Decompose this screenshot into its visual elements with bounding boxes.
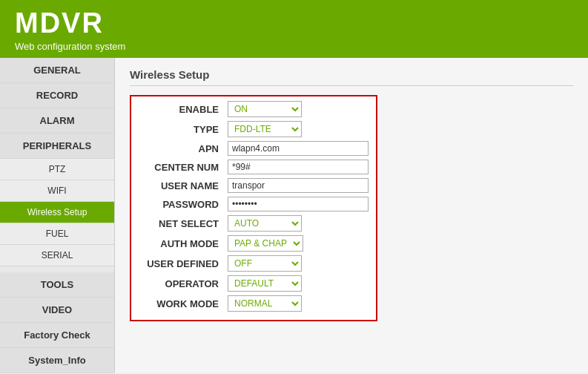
apn-label: APN [139, 143, 228, 154]
user-name-label: USER NAME [139, 180, 228, 191]
net-select-control[interactable]: AUTO MANUAL [228, 215, 346, 232]
type-control[interactable]: FDD-LTE TDD-LTE WCDMA CDMA [228, 121, 346, 137]
user-defined-select[interactable]: OFF ON [228, 255, 302, 272]
page-title: Wireless Setup [130, 68, 573, 86]
enable-row: ENABLE ON OFF [139, 101, 369, 117]
sidebar-item-factory-check[interactable]: Factory Check [0, 323, 114, 348]
type-row: TYPE FDD-LTE TDD-LTE WCDMA CDMA [139, 121, 369, 137]
work-mode-select[interactable]: NORMAL ALWAYS ON [228, 295, 302, 312]
type-select[interactable]: FDD-LTE TDD-LTE WCDMA CDMA [228, 121, 302, 137]
work-mode-row: WORK MODE NORMAL ALWAYS ON [139, 295, 369, 312]
sidebar-item-system-info[interactable]: System_Info [0, 348, 114, 373]
operator-row: OPERATOR DEFAULT [139, 275, 369, 292]
sidebar-item-serial[interactable]: SERIAL [0, 245, 114, 266]
operator-label: OPERATOR [139, 278, 228, 289]
password-label: PASSWORD [139, 199, 228, 210]
enable-label: ENABLE [139, 104, 228, 115]
user-defined-label: USER DEFINED [139, 258, 228, 269]
user-name-row: USER NAME [139, 178, 369, 193]
sidebar-item-peripherals[interactable]: PERIPHERALS [0, 134, 114, 159]
sidebar-item-wireless-setup[interactable]: Wireless Setup [0, 202, 114, 223]
net-select-select[interactable]: AUTO MANUAL [228, 215, 302, 232]
apn-input[interactable] [228, 141, 369, 156]
sidebar-item-record[interactable]: RECORD [0, 83, 114, 108]
user-defined-row: USER DEFINED OFF ON [139, 255, 369, 272]
sidebar-item-ptz[interactable]: PTZ [0, 159, 114, 180]
center-num-control[interactable] [228, 160, 369, 174]
enable-control[interactable]: ON OFF [228, 101, 346, 117]
operator-control[interactable]: DEFAULT [228, 275, 346, 292]
type-label: TYPE [139, 124, 228, 135]
enable-select[interactable]: ON OFF [228, 101, 302, 117]
header: MDVR Web configuration system [0, 0, 588, 58]
operator-select[interactable]: DEFAULT [228, 275, 302, 292]
user-name-input[interactable] [228, 178, 369, 193]
net-select-label: NET SELECT [139, 218, 228, 229]
sidebar-item-video[interactable]: VIDEO [0, 298, 114, 323]
apn-control[interactable] [228, 141, 369, 156]
sidebar-item-alarm[interactable]: ALARM [0, 108, 114, 134]
sidebar: GENERAL RECORD ALARM PERIPHERALS PTZ WIF… [0, 58, 115, 373]
auth-mode-control[interactable]: PAP & CHAP PAP CHAP NONE [228, 235, 346, 252]
password-row: PASSWORD [139, 197, 369, 211]
sidebar-item-tools[interactable]: TOOLS [0, 272, 114, 298]
auth-mode-row: AUTH MODE PAP & CHAP PAP CHAP NONE [139, 235, 369, 252]
auth-mode-label: AUTH MODE [139, 238, 228, 249]
app-title: MDVR [15, 7, 573, 39]
app-subtitle: Web configuration system [15, 41, 573, 52]
password-input[interactable] [228, 197, 369, 211]
sidebar-item-fuel[interactable]: FUEL [0, 223, 114, 245]
center-num-row: CENTER NUM [139, 160, 369, 174]
work-mode-label: WORK MODE [139, 298, 228, 309]
main-layout: GENERAL RECORD ALARM PERIPHERALS PTZ WIF… [0, 58, 588, 373]
password-control[interactable] [228, 197, 369, 211]
work-mode-control[interactable]: NORMAL ALWAYS ON [228, 295, 346, 312]
sidebar-item-general[interactable]: GENERAL [0, 58, 114, 83]
center-num-input[interactable] [228, 160, 369, 174]
center-num-label: CENTER NUM [139, 162, 228, 173]
net-select-row: NET SELECT AUTO MANUAL [139, 215, 369, 232]
wireless-setup-form: ENABLE ON OFF TYPE FDD-LTE TDD-LTE WCDMA [130, 95, 377, 321]
sidebar-item-wifi[interactable]: WIFI [0, 180, 114, 202]
user-defined-control[interactable]: OFF ON [228, 255, 346, 272]
apn-row: APN [139, 141, 369, 156]
user-name-control[interactable] [228, 178, 369, 193]
auth-mode-select[interactable]: PAP & CHAP PAP CHAP NONE [228, 235, 303, 252]
content-area: Wireless Setup ENABLE ON OFF TYPE FDD-LT… [115, 58, 588, 373]
